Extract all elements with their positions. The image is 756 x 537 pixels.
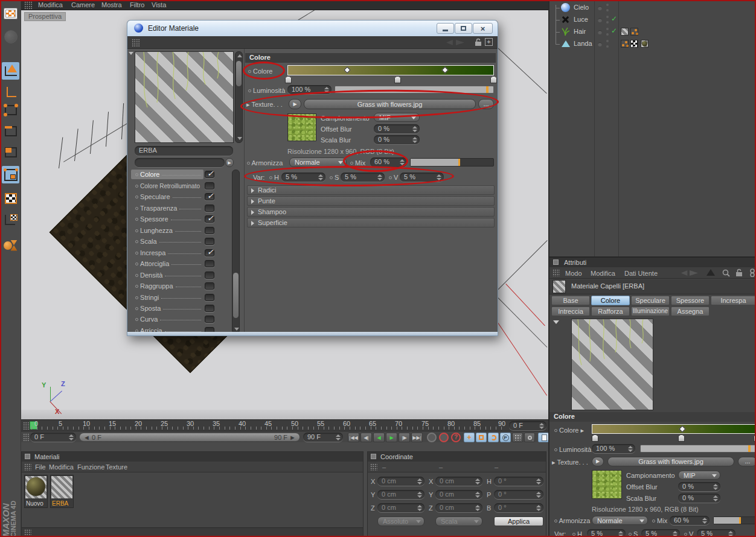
object-name[interactable]: Hair (574, 28, 586, 35)
enable-dot[interactable] (598, 30, 602, 34)
coord-field-p[interactable]: 0 ° (494, 490, 543, 499)
dialog-titlebar[interactable]: Editor Materiale × (127, 21, 498, 36)
menu-modifica[interactable]: Modifica (38, 1, 63, 8)
tab-colore[interactable]: Colore (591, 296, 630, 305)
scroll-down-icon[interactable] (234, 328, 239, 331)
hair-tag[interactable] (630, 28, 638, 36)
record-pla-button[interactable] (512, 433, 523, 442)
edge-mode-icon[interactable] (2, 122, 19, 140)
coord-field-pz[interactable]: 0 cm (377, 503, 424, 512)
search-icon[interactable] (722, 269, 730, 277)
tab-base[interactable]: Base (551, 296, 590, 305)
attr-luminosita-field[interactable]: 100 % (592, 444, 635, 453)
texture-mode-icon[interactable] (2, 189, 19, 207)
menu-filtro[interactable]: Filtro (130, 1, 144, 8)
menu-mostra[interactable]: Mostra (101, 1, 122, 8)
attributes-grip[interactable] (553, 269, 560, 276)
gradient-knob[interactable] (490, 76, 497, 83)
gradient-knob[interactable] (394, 76, 401, 83)
render-dot[interactable] (606, 16, 609, 18)
coord-field-sy[interactable]: 0 cm (435, 490, 482, 499)
frame-range-slider[interactable]: ◄ 0 F 90 F ► (79, 433, 300, 442)
attr-mix-slider[interactable] (713, 516, 756, 524)
attr-texture-arrow-button[interactable]: ▶ (592, 457, 604, 466)
channel-checkbox[interactable] (205, 205, 214, 212)
channel-checkbox[interactable] (205, 294, 214, 301)
scroll-down-icon[interactable] (237, 137, 242, 140)
material-thumb-nuovo[interactable]: Nuovo (24, 475, 48, 508)
texture-arrow-button[interactable]: ▶ (289, 99, 301, 109)
gradient-knob[interactable] (285, 76, 292, 83)
tab-rafforza[interactable]: Rafforza (591, 307, 630, 316)
texture-thumbnail[interactable] (287, 113, 316, 141)
render-dot[interactable] (606, 40, 609, 42)
tab-intreccia[interactable]: Intreccia (551, 307, 590, 316)
polygon-mode-icon[interactable] (2, 144, 19, 161)
section-superficie[interactable]: Superficie (247, 218, 495, 227)
luminosita-field[interactable]: 100 % (287, 85, 332, 94)
viewport-label[interactable]: Prospettiva (24, 12, 66, 21)
tab-spessore[interactable]: Spessore (671, 296, 710, 305)
channel-row-stringi[interactable]: Stringi (131, 293, 203, 302)
channel-checkbox[interactable] (205, 227, 214, 234)
channel-checkbox[interactable] (205, 193, 214, 200)
enable-dot[interactable] (598, 42, 602, 46)
record-scale-button[interactable] (476, 433, 487, 442)
var-v-field[interactable]: 5 % (400, 173, 444, 182)
channel-checkbox[interactable] (205, 305, 214, 312)
campionamento-dropdown[interactable]: MIP (374, 113, 420, 122)
timeline-right-frame-field[interactable]: 0 F (509, 421, 546, 430)
deformers-icon[interactable] (2, 237, 19, 254)
coord-field-h[interactable]: 0 ° (494, 477, 543, 486)
object-name[interactable]: Cielo (574, 4, 589, 11)
editor-dot[interactable] (606, 9, 609, 11)
current-frame-field[interactable]: 0 F (30, 433, 76, 442)
object-row-luce[interactable]: Luce ✓ (549, 14, 756, 26)
tab-illuminazione[interactable]: Illuminazione (631, 307, 670, 316)
render-dot[interactable] (606, 4, 609, 6)
object-name[interactable]: Luce (574, 16, 588, 23)
nav-forward-icon[interactable] (456, 40, 464, 45)
nav-forward-icon[interactable] (690, 270, 698, 276)
collapse-arrow-icon[interactable] (553, 320, 559, 327)
attr-var-h-field[interactable]: 5 % (587, 529, 626, 537)
armonizza-dropdown[interactable]: Normale (289, 157, 347, 167)
material-preview[interactable] (135, 51, 234, 143)
channel-scrollbar[interactable] (232, 170, 240, 334)
coord-field-sx[interactable]: 0 cm (435, 477, 482, 486)
coord-mode-dropdown[interactable]: Assoluto (377, 516, 424, 526)
editor-dot[interactable] (606, 45, 609, 48)
play-backward-button[interactable]: ◀ (373, 433, 385, 442)
materials-bottom-grip[interactable] (24, 529, 31, 536)
collapse-arrow-icon[interactable] (129, 52, 133, 57)
attr-scala-blur-field[interactable]: 0 % (678, 494, 720, 503)
prev-key-button[interactable]: ◀| (360, 433, 372, 442)
channel-checkbox[interactable] (205, 272, 214, 279)
end-frame-field[interactable]: 90 F (303, 433, 343, 442)
channel-checkbox[interactable] (205, 238, 214, 245)
tab-assegna[interactable]: Assegna (671, 307, 710, 316)
axis-mode-icon[interactable] (2, 84, 19, 101)
scroll-up-icon[interactable] (237, 54, 242, 57)
channel-row-trasparenza[interactable]: Trasparenza (131, 203, 203, 213)
preview-scrollbar[interactable] (235, 51, 243, 143)
close-button[interactable]: × (473, 23, 493, 34)
material-tag-nuovo[interactable] (641, 40, 649, 48)
luminosita-slider[interactable] (335, 86, 494, 94)
lock-icon[interactable] (475, 38, 482, 46)
var-h-field[interactable]: 5 % (281, 173, 325, 182)
attributes-titlebar[interactable]: Attributi (549, 258, 756, 267)
channel-row-raggruppa[interactable]: Raggruppa (131, 281, 203, 291)
coord-scale-dropdown[interactable]: Scala (435, 516, 482, 526)
coordinates-grip[interactable] (370, 463, 377, 471)
attr-menu-dati-utente[interactable]: Dati Utente (624, 270, 658, 277)
hair-collision-tag[interactable] (621, 40, 629, 48)
playbar-grip[interactable] (23, 433, 29, 441)
coord-field-px[interactable]: 0 cm (377, 477, 424, 486)
attr-texture-thumbnail[interactable] (592, 470, 622, 499)
attr-armonizza-dropdown[interactable]: Normale (592, 516, 648, 525)
tab-increspa[interactable]: Increspa (711, 296, 756, 305)
goto-end-button[interactable]: ▶▶| (411, 433, 423, 442)
shader-arrow-button[interactable]: ▶ (225, 158, 234, 167)
record-button[interactable] (427, 433, 437, 442)
